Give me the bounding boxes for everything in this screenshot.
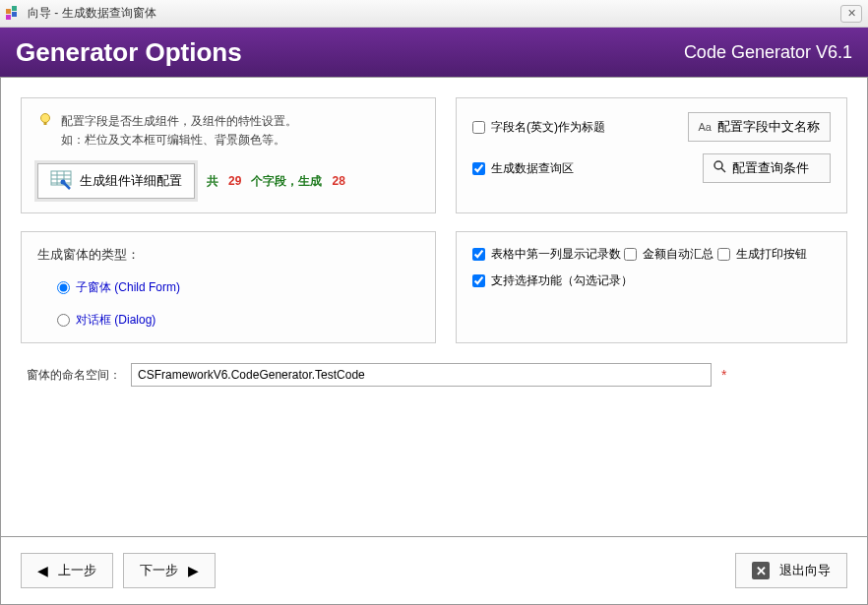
- lightbulb-icon: [37, 112, 53, 128]
- aa-icon: Aa: [699, 121, 712, 133]
- stats-middle: 个字段，生成: [251, 174, 322, 188]
- checkbox-gen-query-area-label: 生成数据查询区: [491, 160, 574, 177]
- exit-label: 退出向导: [779, 562, 831, 579]
- panel-title-options: 字段名(英文)作为标题 Aa 配置字段中文名称 生成数据查询区 配置查询条件: [456, 97, 847, 213]
- page-title: Generator Options: [16, 37, 684, 68]
- svg-point-4: [41, 114, 50, 123]
- prev-label: 上一步: [58, 562, 96, 579]
- checkbox-auto-sum-label: 金额自动汇总: [643, 246, 713, 263]
- panel-extra-options: 表格中第一列显示记录数 金额自动汇总 生成打印按钮 支持选择功能（勾选记录）: [456, 231, 847, 343]
- checkbox-support-select-label: 支持选择功能（勾选记录）: [491, 272, 633, 289]
- svg-rect-1: [12, 6, 17, 11]
- required-asterisk: *: [721, 367, 726, 383]
- form-type-title: 生成窗体的类型：: [37, 246, 419, 264]
- window-title: 向导 - 生成数据查询窗体: [28, 5, 835, 22]
- svg-rect-3: [6, 15, 11, 20]
- hint-line2: 如：栏位及文本框可编辑性、背景颜色等。: [61, 131, 297, 150]
- checkbox-gen-print[interactable]: 生成打印按钮: [717, 246, 807, 263]
- grid-wrench-icon: [50, 170, 72, 192]
- search-icon: [713, 160, 726, 176]
- namespace-row: 窗体的命名空间： *: [21, 363, 847, 387]
- config-query-button[interactable]: 配置查询条件: [703, 153, 831, 183]
- field-stats: 共 29 个字段，生成 28: [207, 173, 345, 190]
- svg-rect-5: [44, 122, 47, 125]
- header-banner: Generator Options Code Generator V6.1: [0, 28, 868, 77]
- arrow-right-icon: ▶: [188, 564, 199, 577]
- svg-rect-0: [6, 9, 11, 14]
- content-area: 配置字段是否生成组件，及组件的特性设置。 如：栏位及文本框可编辑性、背景颜色等。…: [0, 77, 868, 537]
- namespace-label: 窗体的命名空间：: [27, 367, 121, 384]
- panel-config-hint: 配置字段是否生成组件，及组件的特性设置。 如：栏位及文本框可编辑性、背景颜色等。…: [21, 97, 436, 213]
- checkbox-show-rec-count-label: 表格中第一列显示记录数: [491, 246, 621, 263]
- hint-line1: 配置字段是否生成组件，及组件的特性设置。: [61, 112, 297, 131]
- app-icon: [6, 6, 22, 22]
- svg-point-13: [714, 161, 722, 169]
- config-query-label: 配置查询条件: [732, 159, 809, 177]
- checkbox-support-select[interactable]: 支持选择功能（勾选记录）: [472, 272, 633, 289]
- svg-rect-2: [12, 12, 17, 17]
- stats-prefix: 共: [207, 174, 218, 188]
- hint-text: 配置字段是否生成组件，及组件的特性设置。 如：栏位及文本框可编辑性、背景颜色等。: [61, 112, 297, 150]
- checkbox-auto-sum[interactable]: 金额自动汇总: [624, 246, 713, 263]
- brand-label: Code Generator V6.1: [684, 42, 852, 63]
- next-button[interactable]: 下一步 ▶: [123, 553, 216, 588]
- arrow-left-icon: ◀: [37, 564, 48, 577]
- stats-field-count: 29: [228, 174, 241, 188]
- config-cn-name-button[interactable]: Aa 配置字段中文名称: [688, 112, 831, 142]
- footer-bar: ◀ 上一步 下一步 ▶ ✕ 退出向导: [0, 537, 868, 605]
- panel-form-type: 生成窗体的类型： 子窗体 (Child Form) 对话框 (Dialog): [21, 231, 436, 343]
- config-detail-label: 生成组件详细配置: [80, 172, 182, 190]
- radio-child-form-label: 子窗体 (Child Form): [76, 279, 180, 296]
- titlebar: 向导 - 生成数据查询窗体 ✕: [0, 0, 868, 28]
- brand-name: Code Generator: [684, 42, 811, 62]
- namespace-input[interactable]: [131, 363, 712, 387]
- svg-line-14: [721, 168, 725, 172]
- radio-dialog-label: 对话框 (Dialog): [76, 312, 155, 329]
- close-icon: ✕: [752, 562, 770, 579]
- close-button[interactable]: ✕: [840, 5, 862, 23]
- brand-version: V6.1: [816, 42, 852, 62]
- config-cn-name-label: 配置字段中文名称: [717, 118, 820, 136]
- checkbox-en-title[interactable]: 字段名(英文)作为标题: [472, 119, 676, 136]
- next-label: 下一步: [140, 562, 178, 579]
- prev-button[interactable]: ◀ 上一步: [21, 553, 113, 588]
- svg-point-12: [61, 180, 66, 185]
- checkbox-en-title-label: 字段名(英文)作为标题: [491, 119, 605, 136]
- config-detail-button[interactable]: 生成组件详细配置: [37, 163, 195, 199]
- checkbox-gen-query-area[interactable]: 生成数据查询区: [472, 160, 691, 177]
- checkbox-gen-print-label: 生成打印按钮: [736, 246, 807, 263]
- checkbox-show-rec-count[interactable]: 表格中第一列显示记录数: [472, 246, 621, 263]
- exit-button[interactable]: ✕ 退出向导: [735, 553, 847, 588]
- stats-gen-count: 28: [332, 174, 344, 188]
- radio-dialog[interactable]: 对话框 (Dialog): [57, 312, 419, 329]
- radio-child-form[interactable]: 子窗体 (Child Form): [57, 279, 419, 296]
